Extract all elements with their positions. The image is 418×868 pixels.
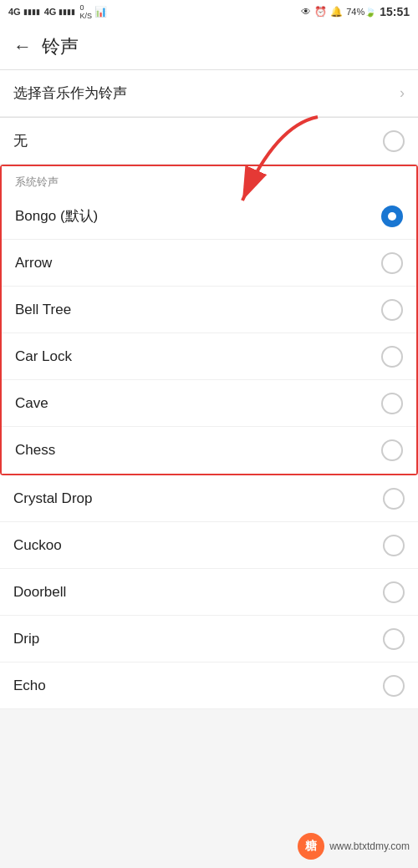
status-left: 4G ▮▮▮▮ 4G ▮▮▮▮ 0K/S 📊 — [8, 3, 107, 20]
radio-arrow[interactable] — [381, 252, 403, 274]
ringtone-name-chess: Chess — [15, 442, 55, 459]
ringtone-item-bell-tree[interactable]: Bell Tree — [2, 287, 416, 333]
radio-echo[interactable] — [383, 675, 405, 697]
ringtone-name-bongo: Bongo (默认) — [15, 206, 98, 226]
page-header: ← 铃声 — [0, 23, 418, 70]
select-music-item[interactable]: 选择音乐作为铃声 › — [0, 70, 418, 117]
radio-cuckoo[interactable] — [383, 535, 405, 556]
radio-car-lock[interactable] — [381, 346, 403, 368]
sim2-bars: ▮▮▮▮ — [59, 8, 75, 16]
ringtone-item-doorbell[interactable]: Doorbell — [0, 569, 418, 616]
watermark-url: www.btxtdmy.com — [329, 840, 410, 852]
sim1-bars: ▮▮▮▮ — [23, 8, 40, 16]
radio-doorbell[interactable] — [383, 581, 405, 603]
status-right: 👁 ⏰ 🔔 74%🍃 15:51 — [301, 5, 410, 18]
select-music-label: 选择音乐作为铃声 — [13, 84, 127, 103]
back-button[interactable]: ← — [13, 36, 32, 58]
none-label: 无 — [13, 131, 28, 150]
ringtone-name-bell-tree: Bell Tree — [15, 302, 71, 318]
system-ringtones-section: 系统铃声 Bongo (默认) Arrow Bell Tree Car Lock… — [0, 165, 418, 475]
ringtone-item-crystal-drop[interactable]: Crystal Drop — [0, 475, 418, 522]
ringtone-name-crystal-drop: Crystal Drop — [13, 490, 92, 507]
ringtone-item-echo[interactable]: Echo — [0, 662, 418, 709]
ringtone-name-cave: Cave — [15, 395, 48, 412]
activity-icon: 📊 — [94, 6, 107, 18]
ringtone-name-arrow: Arrow — [15, 255, 52, 272]
sim2-signal: 4G — [44, 7, 57, 17]
radio-cave[interactable] — [381, 393, 403, 414]
radio-bell-tree[interactable] — [381, 299, 403, 321]
page-title: 铃声 — [42, 34, 79, 59]
none-radio[interactable] — [383, 130, 405, 152]
data-speed: 0K/S — [79, 3, 92, 20]
ringtone-item-bongo[interactable]: Bongo (默认) — [2, 193, 416, 240]
ringtone-item-car-lock[interactable]: Car Lock — [2, 333, 416, 380]
clock: 15:51 — [380, 5, 410, 18]
ringtone-name-drip: Drip — [13, 631, 39, 647]
ringtone-name-doorbell: Doorbell — [13, 584, 66, 601]
eye-icon: 👁 — [301, 6, 311, 18]
section-label: 系统铃声 — [2, 166, 416, 193]
ringtone-item-cave[interactable]: Cave — [2, 380, 416, 427]
ringtone-item-cuckoo[interactable]: Cuckoo — [0, 522, 418, 569]
ringtone-name-echo: Echo — [13, 678, 46, 694]
radio-crystal-drop[interactable] — [383, 488, 405, 510]
radio-bongo[interactable] — [381, 206, 403, 227]
sim1-signal: 4G — [8, 7, 21, 17]
radio-drip[interactable] — [383, 628, 405, 650]
ringtone-item-chess[interactable]: Chess — [2, 427, 416, 474]
watermark-logo: 糖 — [298, 833, 324, 860]
alarm-icon: ⏰ — [314, 6, 327, 18]
battery-indicator: 74%🍃 — [346, 7, 376, 18]
none-item[interactable]: 无 — [0, 118, 418, 165]
radio-chess[interactable] — [381, 439, 403, 461]
status-bar: 4G ▮▮▮▮ 4G ▮▮▮▮ 0K/S 📊 👁 ⏰ 🔔 74%🍃 15:51 — [0, 0, 418, 23]
ringtone-name-cuckoo: Cuckoo — [13, 537, 62, 554]
watermark: 糖 www.btxtdmy.com — [298, 833, 410, 860]
ringtone-item-arrow[interactable]: Arrow — [2, 240, 416, 287]
bell-icon: 🔔 — [330, 6, 343, 18]
ringtone-item-drip[interactable]: Drip — [0, 616, 418, 662]
ringtone-name-car-lock: Car Lock — [15, 348, 72, 365]
chevron-right-icon: › — [400, 84, 405, 102]
